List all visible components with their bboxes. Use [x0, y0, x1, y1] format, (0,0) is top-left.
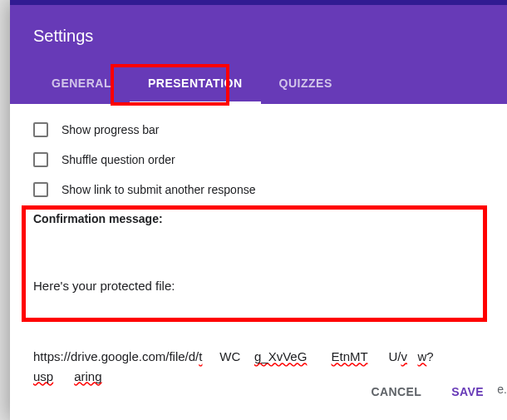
tab-quizzes[interactable]: Quizzes: [261, 67, 351, 104]
dialog-header: Settings General Presentation Quizzes: [10, 0, 507, 104]
checkbox-label: Show link to submit another response: [62, 183, 255, 196]
option-submit-another: Show link to submit another response: [33, 182, 484, 197]
checkbox-shuffle[interactable]: [33, 152, 48, 167]
tab-presentation[interactable]: Presentation: [130, 67, 261, 104]
header-border: [10, 0, 507, 5]
option-progress-bar: Show progress bar: [33, 122, 484, 137]
cancel-button[interactable]: Cancel: [360, 377, 434, 407]
save-button[interactable]: Save: [440, 377, 495, 407]
background-text: e.: [497, 383, 507, 396]
dialog-body: Show progress bar Shuffle question order…: [10, 104, 507, 420]
message-line-1: Here's your protected file:: [33, 276, 484, 295]
tabs: General Presentation Quizzes: [33, 67, 351, 104]
dialog-footer: Cancel Save: [360, 377, 495, 407]
checkbox-progress-bar[interactable]: [33, 122, 48, 137]
option-shuffle: Shuffle question order: [33, 152, 484, 167]
tab-general[interactable]: General: [33, 67, 130, 104]
checkbox-submit-another[interactable]: [33, 182, 48, 197]
settings-dialog: Settings General Presentation Quizzes Sh…: [10, 0, 507, 420]
checkbox-label: Show progress bar: [62, 123, 160, 136]
checkbox-label: Shuffle question order: [62, 153, 175, 166]
dialog-title: Settings: [33, 27, 484, 46]
confirmation-label: Confirmation message:: [33, 212, 484, 225]
